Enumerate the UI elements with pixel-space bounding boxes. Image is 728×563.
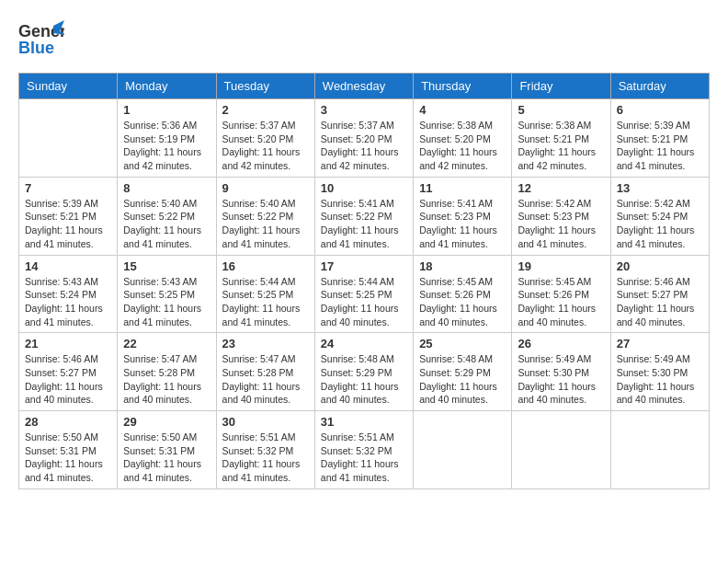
calendar-cell: 1Sunrise: 5:36 AMSunset: 5:19 PMDaylight…	[118, 99, 216, 178]
cell-solar-info: Sunrise: 5:49 AMSunset: 5:30 PMDaylight:…	[518, 352, 604, 407]
calendar-cell: 6Sunrise: 5:39 AMSunset: 5:21 PMDaylight…	[610, 99, 709, 178]
weekday-header-thursday: Thursday	[414, 74, 512, 99]
cell-day-number: 5	[518, 103, 604, 117]
week-row-1: 1Sunrise: 5:36 AMSunset: 5:19 PMDaylight…	[19, 99, 710, 178]
weekday-header-friday: Friday	[512, 74, 610, 99]
calendar-cell: 11Sunrise: 5:41 AMSunset: 5:23 PMDayligh…	[414, 177, 512, 255]
cell-day-number: 10	[321, 181, 407, 195]
calendar-cell: 21Sunrise: 5:46 AMSunset: 5:27 PMDayligh…	[19, 333, 118, 411]
header: General Blue	[18, 18, 710, 63]
cell-solar-info: Sunrise: 5:41 AMSunset: 5:22 PMDaylight:…	[321, 197, 407, 251]
cell-day-number: 17	[321, 259, 407, 273]
cell-day-number: 13	[617, 181, 703, 195]
calendar-cell: 5Sunrise: 5:38 AMSunset: 5:21 PMDaylight…	[512, 99, 610, 178]
calendar-cell: 24Sunrise: 5:48 AMSunset: 5:29 PMDayligh…	[314, 333, 413, 411]
cell-day-number: 26	[518, 337, 604, 350]
cell-day-number: 7	[25, 181, 111, 195]
calendar-cell: 20Sunrise: 5:46 AMSunset: 5:27 PMDayligh…	[610, 255, 709, 333]
calendar-cell: 12Sunrise: 5:42 AMSunset: 5:23 PMDayligh…	[512, 177, 610, 255]
calendar-cell: 23Sunrise: 5:47 AMSunset: 5:28 PMDayligh…	[216, 333, 314, 411]
cell-solar-info: Sunrise: 5:39 AMSunset: 5:21 PMDaylight:…	[617, 119, 703, 173]
calendar-cell	[19, 99, 118, 178]
cell-solar-info: Sunrise: 5:47 AMSunset: 5:28 PMDaylight:…	[123, 352, 210, 407]
week-row-3: 14Sunrise: 5:43 AMSunset: 5:24 PMDayligh…	[19, 255, 710, 333]
week-row-5: 28Sunrise: 5:50 AMSunset: 5:31 PMDayligh…	[19, 411, 710, 489]
calendar-cell: 25Sunrise: 5:48 AMSunset: 5:29 PMDayligh…	[414, 333, 512, 411]
calendar-cell: 2Sunrise: 5:37 AMSunset: 5:20 PMDaylight…	[216, 99, 314, 178]
cell-solar-info: Sunrise: 5:47 AMSunset: 5:28 PMDaylight:…	[222, 352, 309, 407]
cell-day-number: 11	[419, 181, 506, 195]
cell-solar-info: Sunrise: 5:36 AMSunset: 5:19 PMDaylight:…	[123, 119, 210, 173]
calendar-cell: 10Sunrise: 5:41 AMSunset: 5:22 PMDayligh…	[314, 177, 413, 255]
calendar-cell: 22Sunrise: 5:47 AMSunset: 5:28 PMDayligh…	[118, 333, 216, 411]
cell-day-number: 25	[419, 337, 506, 350]
cell-day-number: 20	[617, 259, 703, 273]
cell-solar-info: Sunrise: 5:46 AMSunset: 5:27 PMDaylight:…	[617, 275, 703, 329]
cell-solar-info: Sunrise: 5:50 AMSunset: 5:31 PMDaylight:…	[25, 431, 111, 485]
cell-solar-info: Sunrise: 5:38 AMSunset: 5:21 PMDaylight:…	[518, 119, 604, 173]
cell-solar-info: Sunrise: 5:40 AMSunset: 5:22 PMDaylight:…	[123, 197, 210, 251]
cell-day-number: 18	[419, 259, 506, 273]
cell-solar-info: Sunrise: 5:44 AMSunset: 5:25 PMDaylight:…	[321, 275, 407, 329]
cell-solar-info: Sunrise: 5:43 AMSunset: 5:25 PMDaylight:…	[123, 275, 210, 329]
calendar-cell: 13Sunrise: 5:42 AMSunset: 5:24 PMDayligh…	[610, 177, 709, 255]
calendar-cell: 9Sunrise: 5:40 AMSunset: 5:22 PMDaylight…	[216, 177, 314, 255]
calendar-cell: 14Sunrise: 5:43 AMSunset: 5:24 PMDayligh…	[19, 255, 118, 333]
cell-day-number: 29	[123, 415, 210, 429]
cell-solar-info: Sunrise: 5:39 AMSunset: 5:21 PMDaylight:…	[25, 197, 111, 251]
calendar-cell: 18Sunrise: 5:45 AMSunset: 5:26 PMDayligh…	[414, 255, 512, 333]
cell-solar-info: Sunrise: 5:45 AMSunset: 5:26 PMDaylight:…	[419, 275, 506, 329]
cell-day-number: 21	[25, 337, 111, 350]
calendar-cell: 28Sunrise: 5:50 AMSunset: 5:31 PMDayligh…	[19, 411, 118, 489]
cell-solar-info: Sunrise: 5:44 AMSunset: 5:25 PMDaylight:…	[222, 275, 309, 329]
cell-day-number: 12	[518, 181, 604, 195]
weekday-header-sunday: Sunday	[19, 74, 118, 99]
calendar-cell: 16Sunrise: 5:44 AMSunset: 5:25 PMDayligh…	[216, 255, 314, 333]
cell-solar-info: Sunrise: 5:51 AMSunset: 5:32 PMDaylight:…	[321, 431, 407, 485]
cell-day-number: 2	[222, 103, 309, 117]
calendar-cell: 26Sunrise: 5:49 AMSunset: 5:30 PMDayligh…	[512, 333, 610, 411]
calendar-cell	[610, 411, 709, 489]
cell-day-number: 27	[617, 337, 703, 350]
calendar-cell	[512, 411, 610, 489]
cell-day-number: 31	[321, 415, 407, 429]
cell-solar-info: Sunrise: 5:37 AMSunset: 5:20 PMDaylight:…	[222, 119, 309, 173]
calendar-cell: 19Sunrise: 5:45 AMSunset: 5:26 PMDayligh…	[512, 255, 610, 333]
calendar-cell: 30Sunrise: 5:51 AMSunset: 5:32 PMDayligh…	[216, 411, 314, 489]
cell-solar-info: Sunrise: 5:46 AMSunset: 5:27 PMDaylight:…	[25, 352, 111, 407]
calendar-cell: 15Sunrise: 5:43 AMSunset: 5:25 PMDayligh…	[118, 255, 216, 333]
cell-day-number: 9	[222, 181, 309, 195]
calendar-cell: 3Sunrise: 5:37 AMSunset: 5:20 PMDaylight…	[314, 99, 413, 178]
page-container: General Blue SundayMondayTuesdayWednesda…	[18, 18, 710, 489]
cell-solar-info: Sunrise: 5:40 AMSunset: 5:22 PMDaylight:…	[222, 197, 309, 251]
weekday-header-row: SundayMondayTuesdayWednesdayThursdayFrid…	[19, 74, 710, 99]
cell-solar-info: Sunrise: 5:38 AMSunset: 5:20 PMDaylight:…	[419, 119, 506, 173]
logo-icon: General Blue	[18, 18, 64, 63]
week-row-4: 21Sunrise: 5:46 AMSunset: 5:27 PMDayligh…	[19, 333, 710, 411]
svg-text:Blue: Blue	[18, 39, 54, 57]
cell-solar-info: Sunrise: 5:42 AMSunset: 5:24 PMDaylight:…	[617, 197, 703, 251]
cell-solar-info: Sunrise: 5:41 AMSunset: 5:23 PMDaylight:…	[419, 197, 506, 251]
calendar-cell: 17Sunrise: 5:44 AMSunset: 5:25 PMDayligh…	[314, 255, 413, 333]
cell-day-number: 16	[222, 259, 309, 273]
cell-day-number: 19	[518, 259, 604, 273]
calendar-cell	[414, 411, 512, 489]
weekday-header-saturday: Saturday	[610, 74, 709, 99]
logo: General Blue	[18, 18, 64, 63]
calendar-cell: 31Sunrise: 5:51 AMSunset: 5:32 PMDayligh…	[314, 411, 413, 489]
cell-solar-info: Sunrise: 5:48 AMSunset: 5:29 PMDaylight:…	[419, 352, 506, 407]
weekday-header-tuesday: Tuesday	[216, 74, 314, 99]
cell-day-number: 24	[321, 337, 407, 350]
cell-day-number: 15	[123, 259, 210, 273]
calendar-cell: 7Sunrise: 5:39 AMSunset: 5:21 PMDaylight…	[19, 177, 118, 255]
calendar-table: SundayMondayTuesdayWednesdayThursdayFrid…	[18, 73, 710, 489]
weekday-header-monday: Monday	[118, 74, 216, 99]
cell-day-number: 28	[25, 415, 111, 429]
cell-solar-info: Sunrise: 5:51 AMSunset: 5:32 PMDaylight:…	[222, 431, 309, 485]
cell-solar-info: Sunrise: 5:45 AMSunset: 5:26 PMDaylight:…	[518, 275, 604, 329]
cell-day-number: 1	[123, 103, 210, 117]
cell-solar-info: Sunrise: 5:48 AMSunset: 5:29 PMDaylight:…	[321, 352, 407, 407]
week-row-2: 7Sunrise: 5:39 AMSunset: 5:21 PMDaylight…	[19, 177, 710, 255]
cell-solar-info: Sunrise: 5:43 AMSunset: 5:24 PMDaylight:…	[25, 275, 111, 329]
cell-day-number: 30	[222, 415, 309, 429]
